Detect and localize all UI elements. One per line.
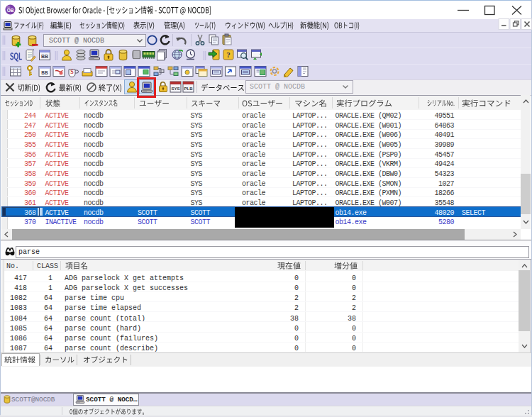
svg-text:PLB: PLB — [184, 87, 194, 91]
svg-text:?: ? — [226, 50, 231, 59]
svg-text:OB: OB — [7, 8, 14, 13]
svg-text:BB: BB — [41, 70, 48, 75]
svg-text:BB: BB — [41, 54, 48, 59]
svg-text:S: S — [70, 69, 74, 75]
svg-text:SYS: SYS — [171, 87, 179, 91]
